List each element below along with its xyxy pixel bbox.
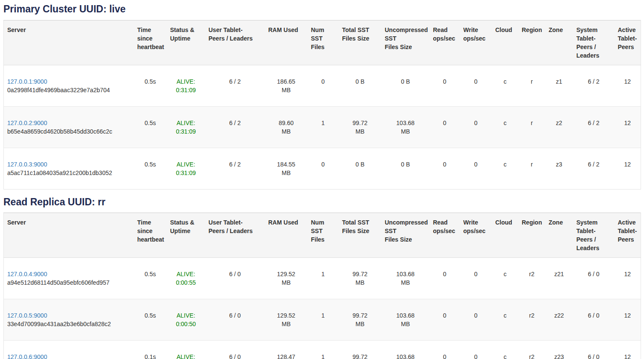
col-header-total-sst-size: Total SST Files Size: [339, 20, 382, 65]
cell-region: r: [519, 65, 545, 106]
col-header-write-ops: Write ops/sec: [460, 213, 492, 258]
cell-total-sst-size: 0 B: [339, 65, 382, 106]
server-cell: 127.0.0.2:9000 b65e4a8659cd4620b58b45dd3…: [4, 106, 134, 148]
col-header-server: Server: [4, 20, 134, 65]
server-uuid: 33e4d70099ac431aa2b3e6b0cfa828c2: [7, 320, 131, 328]
read-replica-table: Server Time since heartbeat Status & Upt…: [3, 213, 641, 359]
cell-system-tablet-peers: 6 / 0: [573, 258, 615, 299]
cell-cloud: c: [492, 299, 519, 341]
table-row: 127.0.0.5:9000 33e4d70099ac431aa2b3e6b0c…: [4, 299, 641, 341]
col-header-read-ops: Read ops/sec: [430, 213, 460, 258]
col-header-region: Region: [519, 20, 545, 65]
cell-write-ops: 0: [460, 65, 492, 106]
primary-cluster-table: Server Time since heartbeat Status & Upt…: [3, 20, 641, 190]
cell-region: r2: [519, 341, 545, 359]
cell-ram-used: 129.52 MB: [265, 299, 308, 341]
col-header-system-tablet-peers: System Tablet- Peers / Leaders: [573, 20, 615, 65]
header-row: Server Time since heartbeat Status & Upt…: [4, 213, 641, 258]
col-header-time-since-heartbeat: Time since heartbeat: [134, 213, 167, 258]
cell-num-sst-files: 1: [308, 106, 339, 148]
col-header-total-sst-size: Total SST Files Size: [339, 213, 382, 258]
col-header-cloud: Cloud: [492, 213, 519, 258]
cell-cloud: c: [492, 106, 519, 148]
cell-active-tablet-peers: 12: [615, 65, 641, 106]
server-link[interactable]: 127.0.0.5:9000: [7, 312, 47, 319]
cell-num-sst-files: 1: [308, 299, 339, 341]
server-uuid: b65e4a8659cd4620b58b45dd30c66c2c: [7, 127, 131, 136]
cell-ram-used: 186.65 MB: [265, 65, 308, 106]
server-cell: 127.0.0.6:9000 da75b0623f994b4cb15d47236…: [4, 341, 134, 359]
cell-total-sst-size: 99.72 MB: [339, 106, 382, 148]
col-header-uncompressed-sst-size: Uncompressed SST Files Size: [382, 20, 430, 65]
cell-write-ops: 0: [460, 148, 492, 189]
cell-time-since-heartbeat: 0.5s: [134, 106, 167, 148]
server-link[interactable]: 127.0.0.2:9000: [7, 120, 47, 126]
cell-num-sst-files: 0: [308, 148, 339, 189]
col-header-cloud: Cloud: [492, 20, 519, 65]
server-uuid: a94e512d68114d50a95ebfc606fed957: [7, 278, 131, 287]
cell-uncompressed-sst-size: 103.68 MB: [382, 341, 430, 359]
cell-status-uptime: ALIVE: 0:00:55: [167, 258, 205, 299]
cell-time-since-heartbeat: 0.5s: [134, 65, 167, 106]
cell-zone: z2: [545, 106, 573, 148]
cell-system-tablet-peers: 6 / 0: [573, 341, 615, 359]
cell-time-since-heartbeat: 0.5s: [134, 299, 167, 341]
cell-total-sst-size: 99.72 MB: [339, 341, 382, 359]
cell-user-tablet-peers: 6 / 2: [205, 148, 265, 189]
col-header-status-uptime: Status & Uptime: [167, 20, 205, 65]
cell-time-since-heartbeat: 0.1s: [134, 341, 167, 359]
col-header-system-tablet-peers: System Tablet- Peers / Leaders: [573, 213, 615, 258]
server-link[interactable]: 127.0.0.4:9000: [7, 271, 47, 277]
col-header-region: Region: [519, 213, 545, 258]
cell-uncompressed-sst-size: 0 B: [382, 65, 430, 106]
cell-active-tablet-peers: 12: [615, 106, 641, 148]
primary-cluster-title: Primary Cluster UUID: live: [3, 3, 641, 15]
cell-time-since-heartbeat: 0.5s: [134, 148, 167, 189]
cell-uncompressed-sst-size: 103.68 MB: [382, 299, 430, 341]
header-row: Server Time since heartbeat Status & Upt…: [4, 20, 641, 65]
cell-write-ops: 0: [460, 341, 492, 359]
cell-status-uptime: ALIVE: 0:31:09: [167, 106, 205, 148]
col-header-active-tablet-peers: Active Tablet- Peers: [615, 213, 641, 258]
cell-system-tablet-peers: 6 / 2: [573, 148, 615, 189]
cell-read-ops: 0: [430, 341, 460, 359]
table-row: 127.0.0.2:9000 b65e4a8659cd4620b58b45dd3…: [4, 106, 641, 148]
cell-cloud: c: [492, 341, 519, 359]
col-header-num-sst-files: Num SST Files: [308, 20, 339, 65]
cell-read-ops: 0: [430, 65, 460, 106]
cell-active-tablet-peers: 12: [615, 341, 641, 359]
cell-read-ops: 0: [430, 258, 460, 299]
col-header-server: Server: [4, 213, 134, 258]
cell-uncompressed-sst-size: 103.68 MB: [382, 106, 430, 148]
table-row: 127.0.0.4:9000 a94e512d68114d50a95ebfc60…: [4, 258, 641, 299]
cell-status-uptime: ALIVE: 0:00:50: [167, 299, 205, 341]
server-link[interactable]: 127.0.0.3:9000: [7, 161, 47, 168]
cell-active-tablet-peers: 12: [615, 258, 641, 299]
server-cell: 127.0.0.4:9000 a94e512d68114d50a95ebfc60…: [4, 258, 134, 299]
cell-read-ops: 0: [430, 299, 460, 341]
cell-region: r2: [519, 258, 545, 299]
table-row: 127.0.0.1:9000 0a2998f41dfe4969baac3229e…: [4, 65, 641, 106]
server-link[interactable]: 127.0.0.1:9000: [7, 78, 47, 85]
cell-total-sst-size: 99.72 MB: [339, 258, 382, 299]
cell-user-tablet-peers: 6 / 0: [205, 299, 265, 341]
cell-num-sst-files: 1: [308, 258, 339, 299]
cell-region: r2: [519, 299, 545, 341]
col-header-ram-used: RAM Used: [265, 20, 308, 65]
col-header-write-ops: Write ops/sec: [460, 20, 492, 65]
cell-num-sst-files: 0: [308, 65, 339, 106]
cell-cloud: c: [492, 258, 519, 299]
col-header-zone: Zone: [545, 20, 573, 65]
col-header-ram-used: RAM Used: [265, 213, 308, 258]
cell-zone: z22: [545, 299, 573, 341]
col-header-active-tablet-peers: Active Tablet- Peers: [615, 20, 641, 65]
cell-status-uptime: ALIVE: 0:00:47: [167, 341, 205, 359]
cell-ram-used: 184.55 MB: [265, 148, 308, 189]
cell-uncompressed-sst-size: 0 B: [382, 148, 430, 189]
server-link[interactable]: 127.0.0.6:9000: [7, 353, 47, 359]
col-header-num-sst-files: Num SST Files: [308, 213, 339, 258]
cell-ram-used: 129.52 MB: [265, 258, 308, 299]
col-header-user-tablet-peers: User Tablet- Peers / Leaders: [205, 213, 265, 258]
col-header-read-ops: Read ops/sec: [430, 20, 460, 65]
server-cell: 127.0.0.5:9000 33e4d70099ac431aa2b3e6b0c…: [4, 299, 134, 341]
